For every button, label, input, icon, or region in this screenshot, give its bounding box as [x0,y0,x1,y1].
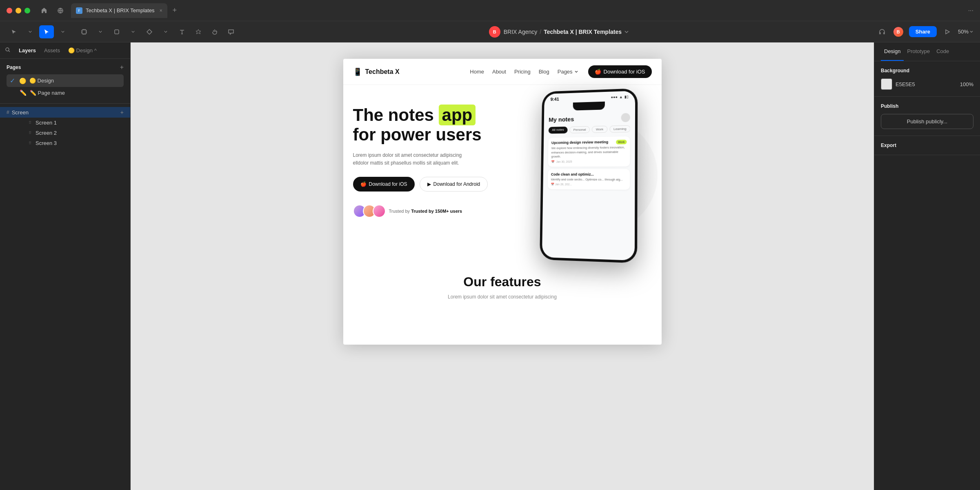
play-button[interactable] [942,26,953,38]
page-item-design[interactable]: ✓ 🟡 🟡 Design [7,74,124,87]
tab-all-notes[interactable]: All notes [548,127,567,134]
pen-chevron[interactable] [158,25,173,38]
share-button[interactable]: Share [909,26,937,37]
collaborators-avatars: B [893,26,904,38]
note1-header: Upcoming design review meeting Work [551,140,627,145]
page-item-name[interactable]: ✏️ ✏️ Page name [7,87,124,98]
tab-close-button[interactable]: × [160,8,162,13]
download-ios-hero-button[interactable]: 🍎 Download for iOS [353,177,415,192]
layer-screen-2[interactable]: ⠿ Screen 2 [0,128,130,138]
publish-title: Publish [881,103,973,109]
breadcrumb: BRIX Agency / Techbeta X | BRIX Template… [504,29,629,35]
assets-tab[interactable]: Assets [41,46,63,55]
title-actions: ··· [968,7,973,14]
user-avatars [353,205,386,218]
zoom-indicator[interactable]: 50% [958,29,973,35]
phone-avatar [621,113,630,122]
layers-section: # Screen + ⠿ Screen 1 ⠿ Screen 2 ⠿ Scree… [0,104,130,490]
arrow-tool-chevron[interactable] [23,25,38,38]
nav-pages[interactable]: Pages [558,69,578,75]
layer-screen[interactable]: # Screen + [0,107,130,118]
note1-title: Upcoming design review meeting [551,140,614,145]
hand-tool[interactable] [207,25,222,38]
code-tab-right[interactable]: Code [933,42,952,61]
apple-icon: 🍎 [595,69,601,75]
add-page-button[interactable]: + [120,64,124,71]
apple-hero-icon: 🍎 [360,181,367,187]
prototype-tab-right[interactable]: Prototype [904,42,933,61]
project-name: Techbeta X | BRIX Templates [544,29,622,35]
component-tool[interactable] [191,25,206,38]
calendar-icon-2: 📅 [551,183,554,186]
new-tab-button[interactable]: + [169,5,180,16]
background-opacity[interactable]: 100% [960,81,973,87]
background-swatch[interactable] [881,78,892,90]
app-logo-text: Techbeta X [365,68,400,76]
shape-chevron[interactable] [126,25,140,38]
svg-rect-2 [115,30,119,34]
note-item-2[interactable]: Code clean and optimiz... Identify and c… [547,169,630,189]
features-section: Our features [343,265,662,290]
frame-tool[interactable] [77,25,91,38]
traffic-light-yellow[interactable] [16,8,21,13]
phone-filter-tabs: All notes Personal Work Learning C... [548,125,630,134]
app-nav-links: Home About Pricing Blog Pages [470,69,578,75]
right-panel-tabs: Design Prototype Code [874,42,980,61]
layer-screen-1[interactable]: ⠿ Screen 1 [0,118,130,128]
download-ios-nav-button[interactable]: 🍎 Download for iOS [588,65,652,78]
tab-label: Techbeta X | BRIX Templates [86,7,155,13]
page-design-icon: 🟡 [19,78,26,84]
org-logo: B [489,26,500,38]
grid-icon: ⠿ [29,120,31,125]
layer-screen-3[interactable]: ⠿ Screen 3 [0,138,130,148]
note-item-1[interactable]: Upcoming design review meeting Work We e… [548,136,630,167]
comment-tool[interactable] [224,25,238,38]
export-section: Export [874,136,980,155]
canvas-area[interactable]: 📱 Techbeta X Home About Pricing Blog Pag… [131,42,874,490]
hero-title-after: for power users [353,125,482,144]
note1-text: We explore how embracing diversity foste… [551,145,627,159]
traffic-light-red[interactable] [7,8,12,13]
phone-my-notes: My notes [549,116,574,123]
nav-blog[interactable]: Blog [539,69,549,75]
move-tool[interactable] [7,25,21,38]
screen2-label: Screen 2 [36,130,57,136]
nav-home[interactable]: Home [470,69,484,75]
select-chevron[interactable] [56,25,70,38]
select-tool[interactable] [39,25,54,38]
phone-status-icons: ●●● ▲ ▮▯ [611,95,628,99]
search-icon[interactable] [5,47,11,54]
background-hex[interactable]: E5E5E5 [896,81,915,87]
pages-header: Pages + [7,64,124,71]
nav-pricing[interactable]: Pricing [514,69,531,75]
add-screen-button[interactable]: + [120,109,124,116]
wifi-icon: ▲ [619,95,622,99]
hero-section: The notes app for power users Lorem ipsu… [343,85,662,265]
design-tab[interactable]: 🟡 Design ^ [65,46,100,55]
headphone-icon[interactable] [876,26,888,38]
zoom-value: 50% [958,29,969,35]
text-tool[interactable] [175,25,189,38]
publish-publicly-button[interactable]: Publish publicly... [881,114,973,129]
layers-tab[interactable]: Layers [16,46,39,55]
nav-about[interactable]: About [492,69,506,75]
shape-tool[interactable] [109,25,124,38]
phone-mockup: 9:41 ●●● ▲ ▮▯ [540,88,638,263]
trust-text: Trusted by Trusted by 150M+ users [389,209,462,214]
chevron-down-icon[interactable] [624,29,629,34]
traffic-light-green[interactable] [24,8,30,13]
background-row: E5E5E5 100% [881,78,973,90]
download-android-hero-button[interactable]: ▶ Download for Android [420,177,488,192]
page-name-label: ✏️ Page name [30,90,65,96]
active-tab[interactable]: F Techbeta X | BRIX Templates × [71,3,167,18]
toolbar-center: B BRIX Agency / Techbeta X | BRIX Templa… [245,26,873,38]
home-button[interactable] [38,5,50,16]
pen-tool[interactable] [142,25,157,38]
tab-personal[interactable]: Personal [569,126,589,134]
frame-chevron[interactable] [93,25,108,38]
globe-button[interactable] [55,5,66,16]
tab-learning[interactable]: Learning [609,125,630,133]
design-tab-right[interactable]: Design [881,42,904,61]
phone-screen: 9:41 ●●● ▲ ▮▯ [542,91,635,261]
tab-work[interactable]: Work [592,126,607,133]
